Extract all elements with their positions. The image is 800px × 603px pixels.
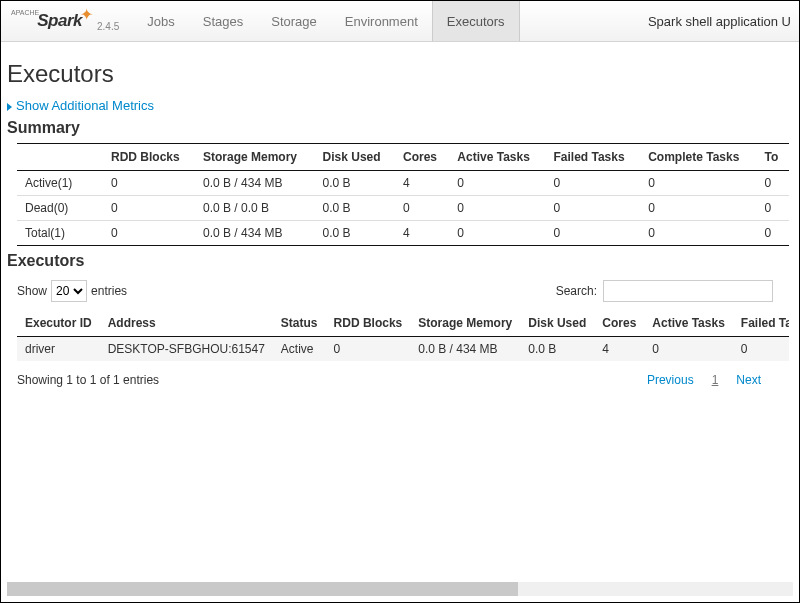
summary-title: Summary	[7, 119, 789, 137]
summary-cell: 0	[103, 221, 195, 246]
exec-cell: Active	[273, 337, 326, 362]
logo-star-icon: ✦	[80, 5, 93, 24]
summary-header[interactable]: Active Tasks	[449, 144, 545, 171]
horizontal-scrollbar[interactable]	[7, 582, 793, 596]
show-label: Show	[17, 284, 47, 298]
summary-header[interactable]: Disk Used	[315, 144, 395, 171]
summary-row-label: Total(1)	[17, 221, 103, 246]
pager-page-1[interactable]: 1	[712, 373, 719, 387]
summary-cell: 0	[449, 171, 545, 196]
summary-header-blank	[17, 144, 103, 171]
summary-header[interactable]: Failed Tasks	[546, 144, 641, 171]
executors-table: Executor ID Address Status RDD Blocks St…	[17, 310, 789, 361]
app-name: Spark shell application U	[648, 14, 791, 29]
entries-select[interactable]: 20	[51, 280, 87, 302]
exec-cell: 0.0 B / 434 MB	[410, 337, 520, 362]
exec-header[interactable]: Cores	[594, 310, 644, 337]
exec-row[interactable]: driverDESKTOP-SFBGHOU:61547Active00.0 B …	[17, 337, 789, 362]
exec-header[interactable]: RDD Blocks	[326, 310, 411, 337]
summary-cell: 0.0 B / 0.0 B	[195, 196, 315, 221]
exec-cell: 0.0 B	[520, 337, 594, 362]
logo-name: Spark	[37, 11, 82, 31]
exec-header[interactable]: Address	[100, 310, 273, 337]
show-additional-metrics-link[interactable]: Show Additional Metrics	[7, 98, 789, 113]
summary-cell: 0	[757, 196, 789, 221]
summary-cell: 0	[757, 221, 789, 246]
summary-header[interactable]: Cores	[395, 144, 449, 171]
summary-header[interactable]: To	[757, 144, 789, 171]
exec-cell: 0	[733, 337, 789, 362]
summary-cell: 4	[395, 171, 449, 196]
exec-header-row: Executor ID Address Status RDD Blocks St…	[17, 310, 789, 337]
summary-header-row: RDD Blocks Storage Memory Disk Used Core…	[17, 144, 789, 171]
navbar: APACHE Spark ✦ 2.4.5 Jobs Stages Storage…	[1, 1, 799, 42]
summary-cell: 0	[546, 171, 641, 196]
tab-executors[interactable]: Executors	[432, 1, 520, 41]
summary-cell: 0.0 B	[315, 221, 395, 246]
summary-table: RDD Blocks Storage Memory Disk Used Core…	[17, 143, 789, 246]
metrics-link-text: Show Additional Metrics	[16, 98, 154, 113]
logo-apache: APACHE	[11, 9, 39, 16]
summary-header[interactable]: Storage Memory	[195, 144, 315, 171]
exec-header[interactable]: Executor ID	[17, 310, 100, 337]
pager-next[interactable]: Next	[736, 373, 761, 387]
summary-cell: 0	[395, 196, 449, 221]
summary-row: Active(1)00.0 B / 434 MB0.0 B40000	[17, 171, 789, 196]
exec-header[interactable]: Active Tasks	[644, 310, 733, 337]
table-controls: Show 20 entries Search:	[17, 280, 789, 302]
pager-prev[interactable]: Previous	[647, 373, 694, 387]
summary-cell: 0.0 B / 434 MB	[195, 221, 315, 246]
summary-cell: 0	[103, 196, 195, 221]
page-title: Executors	[7, 60, 789, 88]
tab-stages[interactable]: Stages	[189, 1, 257, 41]
summary-cell: 0	[640, 171, 756, 196]
exec-cell: DESKTOP-SFBGHOU:61547	[100, 337, 273, 362]
table-footer: Showing 1 to 1 of 1 entries Previous 1 N…	[17, 373, 789, 387]
search-label: Search:	[556, 284, 597, 298]
summary-header[interactable]: RDD Blocks	[103, 144, 195, 171]
showing-info: Showing 1 to 1 of 1 entries	[17, 373, 159, 387]
spark-logo[interactable]: APACHE Spark ✦ 2.4.5	[9, 11, 119, 31]
tab-jobs[interactable]: Jobs	[133, 1, 188, 41]
summary-cell: 0	[757, 171, 789, 196]
content: Executors Show Additional Metrics Summar…	[1, 42, 799, 387]
summary-row: Dead(0)00.0 B / 0.0 B0.0 B00000	[17, 196, 789, 221]
summary-row-label: Dead(0)	[17, 196, 103, 221]
summary-cell: 0	[546, 221, 641, 246]
exec-header[interactable]: Status	[273, 310, 326, 337]
summary-cell: 0	[449, 221, 545, 246]
summary-row-label: Active(1)	[17, 171, 103, 196]
exec-header[interactable]: Failed Tasks	[733, 310, 789, 337]
tab-storage[interactable]: Storage	[257, 1, 331, 41]
exec-header[interactable]: Storage Memory	[410, 310, 520, 337]
summary-cell: 0	[640, 221, 756, 246]
summary-header[interactable]: Complete Tasks	[640, 144, 756, 171]
summary-cell: 0.0 B / 434 MB	[195, 171, 315, 196]
pager: Previous 1 Next	[647, 373, 761, 387]
summary-cell: 0	[640, 196, 756, 221]
executors-title: Executors	[7, 252, 789, 270]
search-input[interactable]	[603, 280, 773, 302]
summary-cell: 4	[395, 221, 449, 246]
exec-cell: 4	[594, 337, 644, 362]
exec-cell: driver	[17, 337, 100, 362]
exec-cell: 0	[644, 337, 733, 362]
caret-right-icon	[7, 103, 12, 111]
summary-cell: 0.0 B	[315, 171, 395, 196]
summary-cell: 0	[449, 196, 545, 221]
summary-cell: 0	[546, 196, 641, 221]
summary-cell: 0	[103, 171, 195, 196]
spark-version: 2.4.5	[97, 21, 119, 32]
scrollbar-thumb[interactable]	[7, 582, 518, 596]
nav-tabs: Jobs Stages Storage Environment Executor…	[133, 1, 519, 41]
summary-row: Total(1)00.0 B / 434 MB0.0 B40000	[17, 221, 789, 246]
exec-cell: 0	[326, 337, 411, 362]
tab-environment[interactable]: Environment	[331, 1, 432, 41]
entries-label: entries	[91, 284, 127, 298]
summary-cell: 0.0 B	[315, 196, 395, 221]
exec-header[interactable]: Disk Used	[520, 310, 594, 337]
